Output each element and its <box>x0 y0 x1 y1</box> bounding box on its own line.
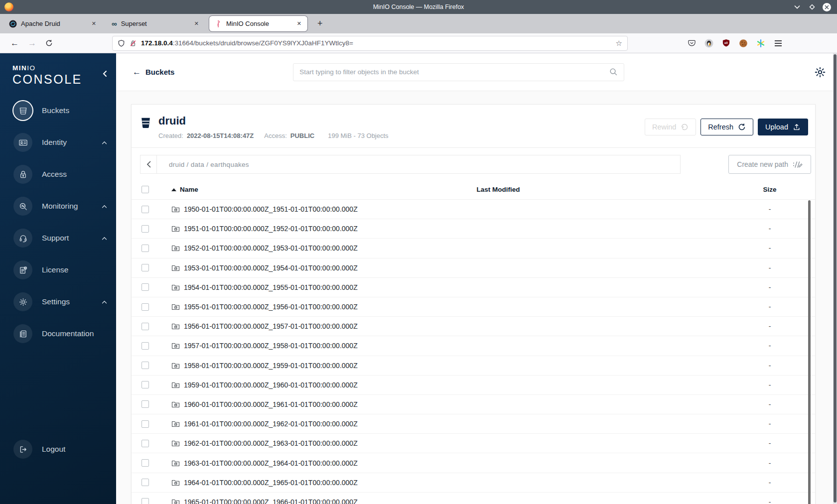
row-checkbox[interactable] <box>141 264 149 271</box>
row-checkbox[interactable] <box>141 245 149 252</box>
insecure-lock-icon[interactable] <box>130 39 137 47</box>
penguin-extension-icon[interactable] <box>704 39 713 48</box>
sidebar-item-license[interactable]: License <box>0 254 116 286</box>
browser-back-button[interactable]: ← <box>6 37 23 49</box>
url-bar[interactable]: 172.18.0.4:31664/buckets/druid/browse/ZG… <box>112 36 628 51</box>
browser-forward-button[interactable]: → <box>23 37 41 49</box>
row-checkbox[interactable] <box>141 342 149 350</box>
sidebar-item-buckets[interactable]: Buckets <box>0 95 116 126</box>
sidebar-item-logout[interactable]: Logout <box>0 433 116 465</box>
sidebar-item-support[interactable]: Support <box>0 222 116 254</box>
row-checkbox[interactable] <box>141 420 149 428</box>
tab-minio-console[interactable]: MinIO Console ✕ <box>209 16 307 31</box>
object-name[interactable]: 1958-01-01T00:00:00.000Z_1959-01-01T00:0… <box>184 362 358 370</box>
row-checkbox[interactable] <box>141 459 149 467</box>
window-maximize-button[interactable] <box>808 3 816 11</box>
select-all-checkbox[interactable] <box>141 186 149 193</box>
window-close-button[interactable] <box>823 3 831 11</box>
table-row[interactable]: 1957-01-01T00:00:00.000Z_1958-01-01T00:0… <box>132 336 815 356</box>
column-header-size[interactable]: Size <box>732 186 807 193</box>
table-row[interactable]: 1950-01-01T00:00:00.000Z_1951-01-01T00:0… <box>132 200 815 219</box>
pocket-icon[interactable] <box>688 39 696 47</box>
tab-close-icon[interactable]: ✕ <box>90 19 98 28</box>
search-input[interactable] <box>299 68 609 76</box>
tab-close-icon[interactable]: ✕ <box>192 19 201 28</box>
object-name[interactable]: 1964-01-01T00:00:00.000Z_1965-01-01T00:0… <box>184 479 358 487</box>
rewind-button[interactable]: Rewind <box>645 119 696 135</box>
tab-superset[interactable]: ∞ Superset ✕ <box>107 16 205 31</box>
multicolor-asterisk-extension-icon[interactable] <box>756 39 765 48</box>
table-row[interactable]: 1965-01-01T00:00:00.000Z_1966-01-01T00:0… <box>132 493 815 504</box>
object-name[interactable]: 1951-01-01T00:00:00.000Z_1952-01-01T00:0… <box>184 225 358 233</box>
sidebar-item-identity[interactable]: Identity <box>0 126 116 158</box>
sidebar-item-monitoring[interactable]: Monitoring <box>0 190 116 222</box>
back-to-buckets-link[interactable]: ← Buckets <box>133 67 174 77</box>
row-checkbox[interactable] <box>141 303 149 311</box>
column-header-name[interactable]: Name <box>180 186 198 193</box>
object-name[interactable]: 1957-01-01T00:00:00.000Z_1958-01-01T00:0… <box>184 342 358 350</box>
object-name[interactable]: 1965-01-01T00:00:00.000Z_1966-01-01T00:0… <box>184 498 358 504</box>
object-name[interactable]: 1955-01-01T00:00:00.000Z_1956-01-01T00:0… <box>184 303 358 311</box>
table-row[interactable]: 1953-01-01T00:00:00.000Z_1954-01-01T00:0… <box>132 258 815 278</box>
table-row[interactable]: 1963-01-01T00:00:00.000Z_1964-01-01T00:0… <box>132 453 815 473</box>
row-checkbox[interactable] <box>141 362 149 369</box>
table-row[interactable]: 1960-01-01T00:00:00.000Z_1961-01-01T00:0… <box>132 395 815 414</box>
cookie-extension-icon[interactable] <box>739 39 748 48</box>
object-name[interactable]: 1961-01-01T00:00:00.000Z_1962-01-01T00:0… <box>184 420 358 428</box>
sidebar-item-settings[interactable]: Settings <box>0 286 116 318</box>
row-checkbox[interactable] <box>141 381 149 388</box>
column-header-last-modified[interactable]: Last Modified <box>428 186 568 193</box>
refresh-button[interactable]: Refresh <box>700 119 753 135</box>
row-checkbox[interactable] <box>141 206 149 213</box>
table-row[interactable]: 1956-01-01T00:00:00.000Z_1957-01-01T00:0… <box>132 317 815 336</box>
row-checkbox[interactable] <box>141 283 149 291</box>
table-row[interactable]: 1964-01-01T00:00:00.000Z_1965-01-01T00:0… <box>132 473 815 493</box>
object-name[interactable]: 1963-01-01T00:00:00.000Z_1964-01-01T00:0… <box>184 459 358 467</box>
table-row[interactable]: 1958-01-01T00:00:00.000Z_1959-01-01T00:0… <box>132 356 815 376</box>
page-scrollbar[interactable] <box>833 53 837 504</box>
object-name[interactable]: 1962-01-01T00:00:00.000Z_1963-01-01T00:0… <box>184 439 358 447</box>
url-text[interactable]: 172.18.0.4:31664/buckets/druid/browse/ZG… <box>141 39 611 47</box>
bookmark-star-icon[interactable]: ☆ <box>616 39 622 48</box>
object-name[interactable]: 1952-01-01T00:00:00.000Z_1953-01-01T00:0… <box>184 244 358 252</box>
object-name[interactable]: 1959-01-01T00:00:00.000Z_1960-01-01T00:0… <box>184 381 358 389</box>
row-checkbox[interactable] <box>141 479 149 486</box>
object-name[interactable]: 1960-01-01T00:00:00.000Z_1961-01-01T00:0… <box>184 400 358 408</box>
table-row[interactable]: 1954-01-01T00:00:00.000Z_1955-01-01T00:0… <box>132 278 815 297</box>
create-new-path-button[interactable]: Create new path <box>728 155 811 174</box>
page-scrollbar-thumb[interactable] <box>834 54 837 503</box>
row-checkbox[interactable] <box>141 225 149 233</box>
shield-permissions-icon[interactable] <box>118 39 125 47</box>
table-row[interactable]: 1955-01-01T00:00:00.000Z_1956-01-01T00:0… <box>132 297 815 317</box>
row-checkbox[interactable] <box>141 440 149 447</box>
object-filter-searchbox[interactable] <box>293 63 624 81</box>
ublock-origin-icon[interactable]: uO <box>722 39 730 47</box>
tab-close-icon[interactable]: ✕ <box>295 19 303 28</box>
window-minimize-button[interactable] <box>793 3 801 11</box>
tab-apache-druid[interactable]: Apache Druid ✕ <box>4 16 102 31</box>
object-name[interactable]: 1956-01-01T00:00:00.000Z_1957-01-01T00:0… <box>184 322 358 330</box>
object-name[interactable]: 1953-01-01T00:00:00.000Z_1954-01-01T00:0… <box>184 264 358 272</box>
table-row[interactable]: 1961-01-01T00:00:00.000Z_1962-01-01T00:0… <box>132 414 815 434</box>
browser-menu-icon[interactable] <box>774 38 783 48</box>
row-checkbox[interactable] <box>141 400 149 408</box>
sidebar-collapse-icon[interactable] <box>102 70 107 77</box>
upload-button[interactable]: Upload <box>758 119 808 135</box>
sidebar-item-access[interactable]: Access <box>0 158 116 190</box>
sidebar-item-documentation[interactable]: Documentation <box>0 318 116 350</box>
path-back-button[interactable] <box>140 155 157 173</box>
table-row[interactable]: 1952-01-01T00:00:00.000Z_1953-01-01T00:0… <box>132 239 815 258</box>
sort-ascending-icon[interactable] <box>171 188 176 191</box>
row-checkbox[interactable] <box>141 498 149 504</box>
object-name[interactable]: 1950-01-01T00:00:00.000Z_1951-01-01T00:0… <box>184 205 358 213</box>
table-row[interactable]: 1962-01-01T00:00:00.000Z_1963-01-01T00:0… <box>132 434 815 453</box>
breadcrumb[interactable]: druid / data / earthquakes <box>157 161 249 168</box>
console-settings-gear-icon[interactable] <box>814 66 826 78</box>
table-row[interactable]: 1951-01-01T00:00:00.000Z_1952-01-01T00:0… <box>132 219 815 239</box>
row-checkbox[interactable] <box>141 323 149 330</box>
table-scrollbar[interactable] <box>808 200 811 504</box>
new-tab-button[interactable]: + <box>313 18 327 29</box>
browser-reload-button[interactable] <box>41 38 57 48</box>
table-row[interactable]: 1959-01-01T00:00:00.000Z_1960-01-01T00:0… <box>132 376 815 395</box>
object-name[interactable]: 1954-01-01T00:00:00.000Z_1955-01-01T00:0… <box>184 283 358 291</box>
